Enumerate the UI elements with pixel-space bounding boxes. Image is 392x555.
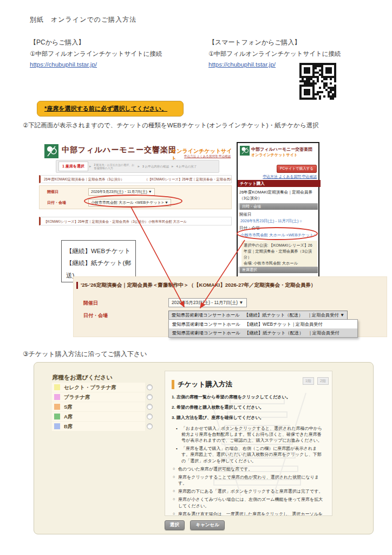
seat-panel-title: 席種をお選びください	[52, 373, 113, 382]
seat-row-a[interactable]: A席	[52, 412, 145, 421]
seat-radio-3[interactable]	[147, 414, 153, 420]
mobile-date-label: 開催日	[239, 212, 252, 217]
seat-row-platinum[interactable]: プラチナ席	[52, 392, 145, 402]
seat-radio-4[interactable]	[147, 423, 153, 429]
floor-2-button[interactable]: 2階	[317, 377, 329, 385]
ticket-type-panel: '25-'26定期演奏会｜定期会員券＜齋藤制作中＞（【KOMAKI】2026-2…	[73, 276, 387, 337]
pc-org-name: 中部フィルハーモニー交響楽団	[62, 145, 177, 155]
seat-color-swatch	[54, 394, 60, 400]
seat-row-select-platinum[interactable]: セレクト・プラチナ席	[52, 383, 145, 392]
mobile-nav-links[interactable]: 申込方法 よくある質問 申込確認	[263, 174, 317, 179]
pc-event-info-panel: 開催日 2026年5月23日(土)・11月7日(土) ▼ 日付・会場 小牧市市民…	[39, 185, 232, 209]
pc-event-row: 26年度KOMAKI定期演奏会｜定期会員券（3公演分） （【KOMAKIシリーズ…	[39, 175, 232, 183]
sp-purchase-heading: 【スマートフォンからご購入】	[208, 38, 301, 47]
step-2: 2 配送先・お支払方法の選択、お客様情報の入力	[93, 163, 137, 170]
step-1-active: 1 座席を選択	[58, 162, 88, 171]
step-separator-icon: ▸	[88, 164, 93, 169]
callout-line1: 【継続】WEBチケット	[66, 245, 132, 257]
seat-color-swatch	[54, 423, 60, 429]
step-3: 3 お申込内容の確認	[141, 165, 171, 169]
mobile-seat-select-bar: 座席選択	[238, 267, 318, 273]
pc-date-label: 開催日	[47, 189, 58, 195]
venue-option-paper[interactable]: 愛知県芸術劇場コンサートホール 【継続】紙チケット（配送） ｜定期会員受付	[169, 328, 357, 337]
pc-top-links[interactable]: 申込方法 よくある質問等 申込確認	[184, 154, 231, 158]
floor-buttons: 1階 2階	[302, 375, 329, 385]
mobile-selected-info: 選択中の公演: 【KOMAKIシリーズ】26年度｜定期演奏会・定期会員券（3公演…	[241, 241, 317, 268]
seat-color-swatch	[54, 384, 60, 390]
panel-venue-label: 日付・会場	[83, 312, 108, 319]
pc-purchase-url[interactable]: https://chubuphil.tstar.jp/	[30, 61, 97, 68]
mobile-datetime-bar: 日時・会場	[238, 203, 318, 210]
panel-venue-select[interactable]: 愛知県芸術劇場コンサートホール 【継続】紙チケット（配送） ｜定期会員受付 ▼	[168, 311, 348, 320]
pc-progress-steps: 1 座席を選択 ▸ 2 配送先・お支払方法の選択、お客様情報の入力 ▸ 3 お申…	[56, 160, 219, 173]
mobile-venue-link[interactable]: 小牧市市民会館 大ホール <WEBチケット>	[240, 233, 316, 238]
sp-purchase-step1: ①中部フィルオンラインチケットサイトに接続	[208, 50, 341, 58]
document-page: 別紙 オンラインでのご購入方法 【PCからご購入】 ①中部フィルオンラインチケッ…	[0, 0, 392, 555]
orchestra-logo-icon	[44, 144, 58, 158]
floor-1-button[interactable]: 1階	[303, 377, 314, 385]
mobile-date-link[interactable]: 2026年5月23日(土) - 11月7日(土) ○	[240, 218, 302, 224]
cancel-button[interactable]: キャンセル	[190, 520, 225, 530]
step-separator-icon: ▸	[171, 164, 175, 169]
orchestra-logo-icon	[240, 146, 250, 156]
pc-event-row2: 【KOMAKIシリーズ】26年度｜定期演奏会・定期会員券（3公演分）小牧市市民会…	[39, 217, 232, 225]
seatmap-action-buttons: 選択 キャンセル	[165, 519, 228, 530]
select-button[interactable]: 選択	[165, 520, 185, 530]
venue-options-popup: 愛知県芸術劇場コンサートホール 【継続】WEBチケット｜定期会員受付 愛知県芸術…	[168, 319, 358, 338]
seat-radio-0[interactable]	[147, 384, 153, 390]
seat-radio-1[interactable]	[147, 394, 153, 400]
instructions-title: チケット購入方法	[172, 380, 232, 389]
sp-purchase-url[interactable]: https://chubuphil.tstar.jp/	[208, 61, 276, 68]
qr-code	[299, 63, 336, 100]
pc-venue-dropdown[interactable]: 小牧市市民会館 大ホール <WEBチケット> ▼	[88, 199, 171, 206]
purchase-instructions-panel: 1階 2階 チケット購入方法 1. 左側の席種一覧から希望の席種をクリックしてく…	[165, 371, 332, 516]
mobile-selected-performance: 選択中の公演: 【KOMAKIシリーズ】26年度｜定期演奏会・定期会員券（3公演…	[244, 242, 315, 260]
ticket-type-header: '25-'26定期演奏会｜定期会員券＜齋藤制作中＞（【KOMAKI】2026-2…	[76, 282, 316, 289]
step2-text: ②下記画面が表示されますので、チケットの種類をWEBチケット(オンラインチケット…	[23, 121, 319, 130]
pc-venue-label: 日付・会場	[47, 200, 66, 205]
mobile-venue-label: 日付・会場	[239, 225, 260, 231]
seat-selection-screenshot: 席種をお選びください セレクト・プラチナ席 プラチナ席 S席 A席 B席	[34, 362, 374, 534]
mobile-org-name: 中部フィルハーモニー交響楽団	[251, 146, 312, 152]
panel-date-dropdown[interactable]: 2026年5月23日(土) - 11月7日(土) ▼	[168, 298, 247, 307]
seat-row-s[interactable]: S席	[52, 402, 145, 411]
seat-color-swatch	[54, 404, 60, 410]
mobile-selected-venue: 会場: 小牧市市民会館 大ホール	[244, 260, 315, 266]
venue-option-web[interactable]: 愛知県芸術劇場コンサートホール 【継続】WEBチケット｜定期会員受付	[169, 320, 357, 328]
notice-box: *座席を選択する前に必ず選択してください。	[37, 101, 184, 117]
mobile-site-name: オンラインチケットサイト	[251, 152, 298, 158]
seat-type-list: セレクト・プラチナ席 プラチナ席 S席 A席 B席	[52, 383, 145, 431]
step-separator-icon: ▸	[137, 164, 141, 169]
step-4: 4 お申込の完了	[174, 165, 198, 169]
seat-color-swatch	[54, 414, 60, 420]
pc-site-button[interactable]: PCサイトで購入する	[277, 165, 317, 173]
notice-text: *座席を選択する前に必ず選択してください。	[44, 105, 167, 112]
pc-purchase-heading: 【PCからご購入】	[30, 38, 85, 47]
seat-row-b[interactable]: B席	[52, 422, 145, 431]
pc-purchase-step1: ①中部フィルオンラインチケットサイトに接続	[30, 50, 162, 58]
instructions-list: 1. 左側の席種一覧から希望の席種をクリックしてください。 2. 希望の券種と購…	[172, 394, 325, 516]
pc-date-dropdown[interactable]: 2026年5月23日(土)・11月7日(土) ▼	[88, 188, 155, 196]
step3-text: ③チケット購入方法に沿ってご購入下さい	[23, 350, 147, 359]
doc-title: 別紙 オンラインでのご購入方法	[30, 15, 136, 24]
pc-site-screenshot: 中部フィルハーモニー交響楽団 オンラインチケットサイト 申込方法 よくある質問等…	[38, 141, 233, 234]
mobile-ticket-bar: チケット購入	[238, 180, 321, 187]
mobile-event-title: 26年度KOMAKI定期演奏会｜定期会員券（3公演分）	[239, 189, 317, 202]
panel-date-label: 開催日	[83, 300, 98, 307]
seat-radio-2[interactable]	[147, 404, 153, 410]
